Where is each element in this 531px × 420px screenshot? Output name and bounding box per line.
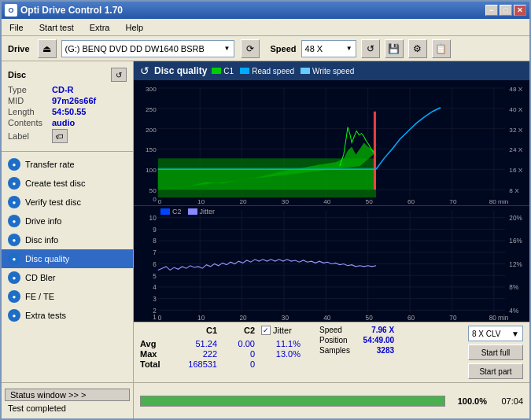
bottom-legend: C2 Jitter xyxy=(160,208,215,216)
sidebar-item-transfer-rate[interactable]: ● Transfer rate xyxy=(2,155,133,174)
close-button[interactable]: ✕ xyxy=(514,5,526,16)
drive-label: Drive xyxy=(8,44,30,53)
legend-c2-item: C2 xyxy=(160,208,182,216)
empty-header xyxy=(140,326,168,337)
svg-text:48 X: 48 X xyxy=(509,86,523,93)
menu-file[interactable]: File xyxy=(5,21,28,34)
disc-quality-icon: ● xyxy=(8,252,20,265)
jitter-checkbox[interactable]: ✓ xyxy=(261,326,271,335)
transfer-rate-icon: ● xyxy=(8,158,20,171)
svg-text:16 X: 16 X xyxy=(509,167,523,174)
app-icon: O xyxy=(5,4,17,17)
disc-label-icon[interactable]: 🏷 xyxy=(52,129,68,143)
jitter-header-label: Jitter xyxy=(273,326,292,335)
disc-length-label: Length xyxy=(8,107,52,116)
right-panel: ↺ Disc quality C1 Read speed Writ xyxy=(134,61,529,382)
speed-apply-icon[interactable]: ↺ xyxy=(361,39,380,58)
settings-icon[interactable]: ⚙ xyxy=(408,39,427,58)
sidebar-label-extra-tests: Extra tests xyxy=(25,311,66,320)
total-c2: 0 xyxy=(223,359,255,369)
sidebar-item-create-test-disc[interactable]: ● Create test disc xyxy=(2,174,133,193)
sidebar-item-fe-te[interactable]: ● FE / TE xyxy=(2,287,133,306)
fe-te-icon: ● xyxy=(8,290,20,303)
maximize-button[interactable]: □ xyxy=(500,5,512,16)
sidebar-label-transfer-rate: Transfer rate xyxy=(25,160,75,169)
svg-text:3: 3 xyxy=(153,295,157,303)
svg-text:8%: 8% xyxy=(509,283,518,291)
max-c1: 222 xyxy=(174,349,217,359)
speed-info-label: Speed xyxy=(319,326,342,334)
main-content: Disc ↺ Type CD-R MID 97m26s66f Length 54… xyxy=(2,61,529,382)
max-c2: 0 xyxy=(223,349,255,359)
status-window-button[interactable]: Status window >> > xyxy=(5,389,130,401)
clv-dropdown[interactable]: 8 X CLV ▼ xyxy=(468,326,523,341)
menu-extra[interactable]: Extra xyxy=(85,21,115,34)
svg-text:7: 7 xyxy=(153,249,157,256)
legend-write-label: Write speed xyxy=(312,67,354,76)
progress-percentage: 100.0% xyxy=(452,396,487,406)
svg-text:0: 0 xyxy=(158,198,162,205)
chart-title-text: Disc quality xyxy=(154,65,207,76)
minimize-button[interactable]: − xyxy=(485,5,498,16)
menu-help[interactable]: Help xyxy=(120,21,148,34)
avg-jitter: 11.1% xyxy=(261,339,301,348)
drive-dropdown[interactable]: (G:) BENQ DVD DD DW1640 BSRB ▼ xyxy=(61,40,234,57)
disc-section: Disc ↺ Type CD-R MID 97m26s66f Length 54… xyxy=(2,64,133,148)
svg-text:70: 70 xyxy=(449,313,456,321)
drive-refresh-icon[interactable]: ⟳ xyxy=(241,39,260,58)
svg-text:40: 40 xyxy=(323,198,331,205)
speed-info: Speed 7.96 X Position 54:49.00 Samples 3… xyxy=(319,326,394,355)
svg-text:300: 300 xyxy=(146,86,157,93)
disc-contents-row: Contents audio xyxy=(8,118,127,127)
disc-length-row: Length 54:50.55 xyxy=(8,107,127,116)
charts-container: 300 250 200 150 100 50 0 48 X 40 X 32 X … xyxy=(134,80,529,322)
progress-bar-container xyxy=(140,396,445,407)
action-buttons: 8 X CLV ▼ Start full Start part xyxy=(468,326,523,379)
max-label: Max xyxy=(140,349,168,359)
verify-test-disc-icon: ● xyxy=(8,196,20,208)
svg-text:0: 0 xyxy=(153,196,157,203)
svg-text:1: 1 xyxy=(153,312,157,320)
disc-mid-label: MID xyxy=(8,96,52,105)
svg-text:10: 10 xyxy=(149,214,157,222)
sidebar-item-drive-info[interactable]: ● Drive info xyxy=(2,212,133,230)
sidebar-item-extra-tests[interactable]: ● Extra tests xyxy=(2,306,133,325)
sidebar-item-verify-test-disc[interactable]: ● Verify test disc xyxy=(2,193,133,212)
top-chart-svg: 300 250 200 150 100 50 0 48 X 40 X 32 X … xyxy=(134,80,529,205)
svg-text:50: 50 xyxy=(366,198,374,205)
speed-value: 48 X xyxy=(305,44,323,53)
sidebar-item-disc-quality[interactable]: ● Disc quality xyxy=(2,249,133,268)
title-buttons: − □ ✕ xyxy=(485,5,526,16)
disc-info-icon: ● xyxy=(8,234,20,246)
sidebar-item-cd-bler[interactable]: ● CD Bler xyxy=(2,268,133,287)
menu-start-test[interactable]: Start test xyxy=(35,21,79,34)
save-icon[interactable]: 💾 xyxy=(385,39,404,58)
drive-eject-icon[interactable]: ⏏ xyxy=(38,39,57,58)
svg-text:10: 10 xyxy=(197,313,205,321)
sidebar-label-cd-bler: CD Bler xyxy=(25,273,56,282)
total-c1: 168531 xyxy=(174,359,217,369)
header-c2: C2 xyxy=(223,326,255,337)
total-jitter xyxy=(261,359,301,369)
legend-write-speed: Write speed xyxy=(301,67,354,76)
disc-label-label: Label xyxy=(8,131,52,141)
max-jitter: 13.0% xyxy=(261,349,301,359)
position-value: 54:49.00 xyxy=(363,336,394,344)
svg-text:16%: 16% xyxy=(509,237,522,245)
start-part-button[interactable]: Start part xyxy=(468,363,523,379)
progress-bar-fill xyxy=(141,396,444,406)
chart-legend: C1 Read speed Write speed xyxy=(212,67,354,76)
svg-text:70: 70 xyxy=(449,198,457,205)
bottom-chart: 10 9 8 7 6 5 4 3 2 1 20% 16% 12% xyxy=(134,206,529,322)
start-full-button[interactable]: Start full xyxy=(468,344,523,360)
export-icon[interactable]: 📋 xyxy=(432,39,451,58)
svg-text:30: 30 xyxy=(282,313,289,321)
progress-time: 07:04 xyxy=(493,396,523,406)
chart-title-area: Disc quality xyxy=(154,65,207,76)
svg-text:30: 30 xyxy=(282,198,289,205)
cd-bler-icon: ● xyxy=(8,271,20,284)
sidebar-item-disc-info[interactable]: ● Disc info xyxy=(2,230,133,249)
disc-refresh-button[interactable]: ↺ xyxy=(111,68,127,82)
legend-c2-label: C2 xyxy=(172,208,182,216)
speed-dropdown[interactable]: 48 X ▼ xyxy=(301,40,356,57)
